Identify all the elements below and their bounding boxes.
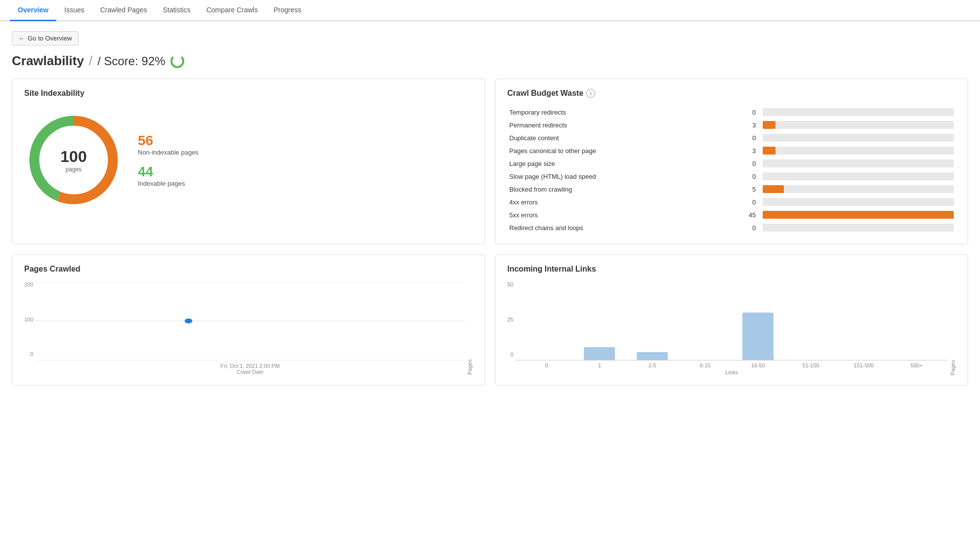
- dashboard-grid: Site Indexability 100 pages: [12, 79, 968, 386]
- donut-center: 100 pages: [60, 148, 86, 173]
- pages-crawled-card: Pages Crawled 200 100 0: [12, 254, 485, 386]
- non-indexable-value: 56: [138, 133, 199, 149]
- y-min-label: 0: [30, 351, 33, 357]
- bar-item: [626, 352, 678, 360]
- bar-fill: [742, 313, 774, 360]
- budget-row-label: Duplicate content: [507, 131, 747, 144]
- back-button[interactable]: ← Go to Overview: [12, 31, 79, 45]
- site-indexability-card: Site Indexability 100 pages: [12, 79, 485, 244]
- incoming-links-card: Incoming Internal Links 50 25 0 012-56-1…: [495, 254, 968, 386]
- indexable-label: Indexable pages: [138, 180, 199, 187]
- budget-row-value: 0: [747, 170, 761, 183]
- site-indexability-title: Site Indexability: [24, 89, 473, 98]
- budget-row: Large page size0: [507, 157, 956, 170]
- donut-legend: 56 Non-indexable pages 44 Indexable page…: [138, 133, 199, 187]
- budget-row-value: 0: [747, 131, 761, 144]
- tab-issues[interactable]: Issues: [56, 0, 92, 21]
- tab-statistics[interactable]: Statistics: [155, 0, 199, 21]
- budget-row-bar: [761, 106, 956, 119]
- budget-waste-table: Temporary redirects0Permanent redirects3…: [507, 106, 956, 234]
- bar-label: 6-15: [679, 362, 732, 368]
- non-indexable-label: Non-indexable pages: [138, 149, 199, 156]
- bar-fill: [584, 347, 615, 360]
- links-y-min: 0: [510, 352, 513, 357]
- links-x-label: Links: [725, 369, 738, 375]
- budget-row: Slow page (HTML) load speed0: [507, 170, 956, 183]
- page-title: Crawlability / / Score: 92%: [12, 53, 968, 69]
- crawl-budget-title: Crawl Budget Waste i: [507, 89, 956, 98]
- budget-row: Duplicate content0: [507, 131, 956, 144]
- budget-row-value: 45: [747, 208, 761, 221]
- links-y-mid: 25: [507, 317, 513, 322]
- budget-row-label: Large page size: [507, 157, 747, 170]
- pages-crawled-svg: [35, 281, 465, 360]
- tab-bar: Overview Issues Crawled Pages Statistics…: [0, 0, 980, 21]
- budget-row-bar: [761, 183, 956, 196]
- donut-total-label: pages: [60, 166, 86, 173]
- budget-row-value: 3: [747, 119, 761, 131]
- tab-compare-crawls[interactable]: Compare Crawls: [199, 0, 266, 21]
- y-mid-label: 100: [24, 317, 33, 322]
- bar-item: [732, 313, 784, 360]
- tab-overview[interactable]: Overview: [10, 0, 56, 21]
- budget-row: 4xx errors0: [507, 196, 956, 208]
- bar-label: 51-150: [784, 362, 837, 368]
- budget-row: 5xx errors45: [507, 208, 956, 221]
- budget-row-label: Temporary redirects: [507, 106, 747, 119]
- bar-item: [573, 347, 625, 360]
- crawl-date-label: Fri, Oct 1, 2021 2:00 PM: [220, 363, 280, 369]
- budget-row-bar: [761, 221, 956, 234]
- bar-fill: [763, 147, 776, 155]
- bar-fill: [763, 211, 954, 219]
- budget-row-value: 5: [747, 183, 761, 196]
- crawl-data-point: [185, 318, 193, 323]
- bar-label: 1: [573, 362, 626, 368]
- back-button-label: Go to Overview: [28, 35, 72, 42]
- budget-row-label: Blocked from crawling: [507, 183, 747, 196]
- score-ring-icon: [170, 54, 184, 68]
- bar-label: 0: [520, 362, 573, 368]
- budget-row: Permanent redirects3: [507, 119, 956, 131]
- incoming-links-title: Incoming Internal Links: [507, 265, 956, 274]
- budget-row-label: Redirect chains and loops: [507, 221, 747, 234]
- y-max-label: 200: [24, 281, 33, 287]
- indexable-value: 44: [138, 164, 199, 180]
- pages-crawled-title: Pages Crawled: [24, 265, 473, 274]
- links-y-max: 50: [507, 281, 513, 287]
- info-icon[interactable]: i: [586, 89, 595, 98]
- indexable-legend: 44 Indexable pages: [138, 164, 199, 187]
- budget-row-value: 0: [747, 196, 761, 208]
- budget-row-value: 3: [747, 144, 761, 157]
- non-indexable-legend: 56 Non-indexable pages: [138, 133, 199, 156]
- budget-row-bar: [761, 208, 956, 221]
- bar-fill: [763, 121, 776, 129]
- crawl-budget-waste-card: Crawl Budget Waste i Temporary redirects…: [495, 79, 968, 244]
- crawl-x-axis-label: Crawl Date: [237, 369, 263, 375]
- budget-row-bar: [761, 196, 956, 208]
- bar-fill: [763, 185, 784, 193]
- budget-row-bar: [761, 119, 956, 131]
- tab-progress[interactable]: Progress: [266, 0, 309, 21]
- links-y-label: Pages: [950, 360, 956, 375]
- bar-label: 151-500: [837, 362, 890, 368]
- budget-row-bar: [761, 131, 956, 144]
- tab-crawled-pages[interactable]: Crawled Pages: [92, 0, 155, 21]
- budget-row-label: 5xx errors: [507, 208, 747, 221]
- pages-crawled-y-label: Pages: [467, 359, 473, 375]
- budget-row-label: Slow page (HTML) load speed: [507, 170, 747, 183]
- budget-row-label: 4xx errors: [507, 196, 747, 208]
- budget-row-value: 0: [747, 221, 761, 234]
- score-text: / Score: 92%: [97, 54, 165, 68]
- budget-row: Blocked from crawling5: [507, 183, 956, 196]
- page-title-text: Crawlability: [12, 53, 84, 69]
- main-content: ← Go to Overview Crawlability / / Score:…: [0, 21, 980, 396]
- donut-section: 100 pages 56 Non-indexable pages 44 Inde…: [24, 106, 473, 214]
- bar-label: 16-50: [732, 362, 784, 368]
- donut-total-count: 100: [60, 148, 86, 166]
- bar-fill: [637, 352, 668, 360]
- budget-row-bar: [761, 144, 956, 157]
- budget-row: Temporary redirects0: [507, 106, 956, 119]
- bar-label: 2-5: [626, 362, 679, 368]
- donut-chart: 100 pages: [29, 116, 118, 204]
- budget-row-label: Permanent redirects: [507, 119, 747, 131]
